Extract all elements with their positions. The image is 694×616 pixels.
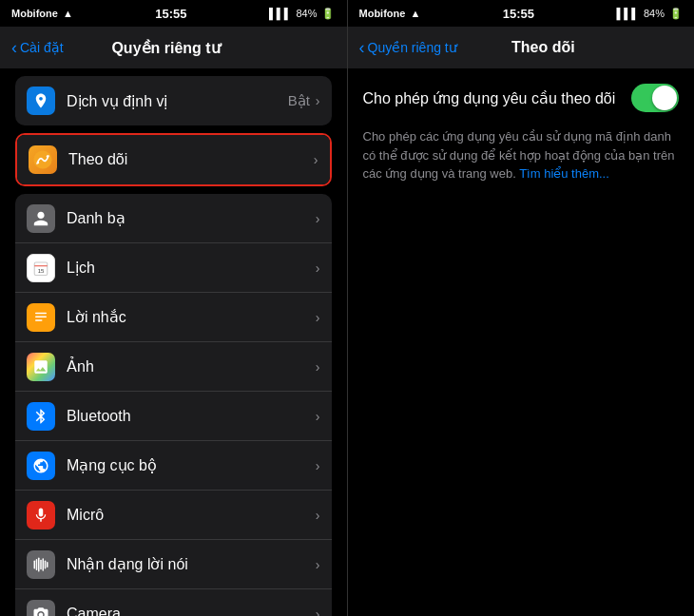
lich-item[interactable]: 15 Lịch › [15,243,332,293]
svg-rect-7 [35,316,47,318]
mang-cuc-bo-chevron: › [316,458,320,473]
camera-chevron: › [316,606,320,616]
back-button-left[interactable]: ‹ Cài đặt [11,38,64,58]
danh-ba-icon [27,204,55,233]
mang-cuc-bo-item[interactable]: Mạng cục bộ › [15,441,332,491]
toggle-row: Cho phép ứng dụng yêu cầu theo dõi [363,84,680,112]
bluetooth-item[interactable]: Bluetooth › [15,392,332,441]
status-left-right: Mobifone ▲ [359,8,421,19]
theo-doi-wrapper: Theo dõi › [15,133,332,186]
svg-text:15: 15 [38,268,45,274]
svg-rect-8 [35,319,43,321]
svg-rect-10 [36,559,38,570]
back-chevron-right: ‹ [359,38,365,58]
nav-title-left: Quyền riêng tư [64,39,269,57]
top-section: Dịch vụ định vị Bật › [15,76,332,125]
left-panel: Mobifone ▲ 15:55 ▌▌▌ 84% 🔋 ‹ Cài đặt Quy… [0,0,348,616]
nhan-dang-icon [27,550,55,579]
status-right-left: ▌▌▌ 84% 🔋 [269,8,335,20]
right-content: Cho phép ứng dụng yêu cầu theo dõi Cho p… [348,68,695,616]
svg-rect-13 [43,558,45,571]
time-right: 15:55 [503,7,534,21]
dich-vu-label: Dịch vụ định vị [67,92,288,110]
toggle-label: Cho phép ứng dụng yêu cầu theo dõi [363,89,632,107]
theo-doi-icon [29,145,57,174]
back-label-left: Cài đặt [20,40,64,55]
signal-right: ▌▌▌ [617,8,639,19]
dich-vu-value: Bật [288,92,310,109]
micro-icon [27,501,55,529]
camera-icon [27,600,55,616]
description-text: Cho phép các ứng dụng yêu cầu sử dụng mã… [363,127,680,183]
camera-label: Camera [67,606,316,616]
learn-more-link[interactable]: Tìm hiểu thêm... [519,166,609,181]
anh-chevron: › [316,359,320,375]
nav-title-right-text: Theo dõi [461,39,626,56]
camera-item[interactable]: Camera › [15,589,332,616]
mang-cuc-bo-label: Mạng cục bộ [67,456,316,474]
loi-nhac-label: Lời nhắc [67,308,316,326]
nav-bar-left: ‹ Cài đặt Quyền riêng tư [0,27,347,68]
loi-nhac-item[interactable]: Lời nhắc › [15,293,332,342]
time-left: 15:55 [155,7,186,21]
toggle-knob [652,86,677,110]
loi-nhac-icon [27,303,55,332]
svg-rect-9 [34,560,36,568]
micro-item[interactable]: Micrô › [15,491,332,540]
nhan-dang-label: Nhận dạng lời nói [67,555,316,573]
anh-label: Ảnh [67,357,316,375]
back-label-right: Quyền riêng tư [368,40,457,55]
back-chevron-left: ‹ [11,38,17,58]
mang-cuc-bo-icon [27,452,55,480]
danh-ba-label: Danh bạ [67,209,316,227]
micro-chevron: › [316,508,320,523]
status-right-right: ▌▌▌ 84% 🔋 [617,8,683,20]
anh-icon [27,353,55,381]
other-items-section: Danh bạ › 15 Lịch › Lời nhắc › [15,194,332,616]
carrier-right: Mobifone [359,8,406,19]
lich-icon: 15 [27,254,55,282]
svg-rect-11 [38,557,40,571]
theo-doi-chevron: › [314,152,318,167]
nhan-dang-chevron: › [316,557,320,572]
svg-rect-15 [47,562,48,568]
danh-ba-item[interactable]: Danh bạ › [15,194,332,243]
micro-label: Micrô [67,507,316,524]
carrier-left: Mobifone [11,8,58,19]
status-bar-left: Mobifone ▲ 15:55 ▌▌▌ 84% 🔋 [0,0,347,27]
svg-point-2 [47,155,48,157]
bluetooth-icon [27,402,55,431]
signal-left: ▌▌▌ [269,8,291,19]
dich-vu-chevron: › [316,93,320,108]
bluetooth-label: Bluetooth [67,408,316,425]
wifi-icon-right: ▲ [410,8,420,19]
svg-rect-12 [40,559,42,569]
battery-icon-left: 🔋 [321,8,335,20]
dich-vu-dinh-vi-item[interactable]: Dịch vụ định vị Bật › [15,76,332,125]
svg-point-1 [37,162,39,164]
danh-ba-chevron: › [316,211,320,226]
svg-rect-6 [35,312,47,314]
battery-right: 84% [644,8,665,19]
bluetooth-chevron: › [316,409,320,424]
theo-doi-item[interactable]: Theo dõi › [17,135,330,184]
dich-vu-icon [27,87,55,115]
battery-icon-right: 🔋 [669,8,683,20]
battery-left: 84% [296,8,317,19]
theo-doi-label: Theo dõi [68,151,314,168]
nav-bar-right: ‹ Quyền riêng tư Theo dõi [348,27,695,68]
right-panel: Mobifone ▲ 15:55 ▌▌▌ 84% 🔋 ‹ Quyền riêng… [348,0,695,616]
wifi-icon-left: ▲ [63,8,73,19]
settings-list-left: Dịch vụ định vị Bật › Theo dõi › [0,68,347,616]
toggle-switch[interactable] [631,84,679,112]
back-button-right[interactable]: ‹ Quyền riêng tư [359,38,461,58]
status-bar-right: Mobifone ▲ 15:55 ▌▌▌ 84% 🔋 [348,0,695,27]
loi-nhac-chevron: › [316,310,320,325]
lich-label: Lịch [67,259,316,277]
svg-rect-14 [45,560,47,568]
anh-item[interactable]: Ảnh › [15,342,332,392]
status-left-left: Mobifone ▲ [11,8,73,19]
nhan-dang-item[interactable]: Nhận dạng lời nói › [15,540,332,589]
lich-chevron: › [316,260,320,276]
